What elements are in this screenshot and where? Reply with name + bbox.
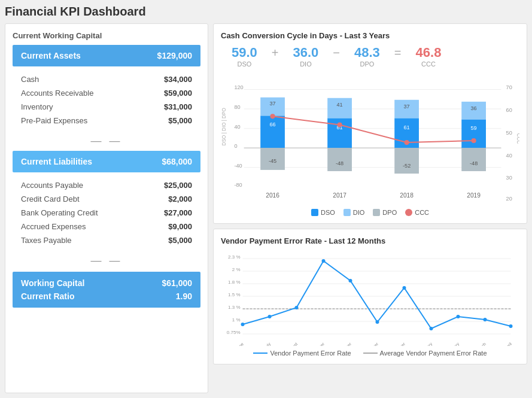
vendor-dot-3	[322, 259, 326, 263]
asset-item-value: $31,000	[164, 102, 192, 111]
liability-item-value: $27,000	[164, 208, 192, 217]
svg-text:120: 120	[234, 84, 243, 90]
asset-item-name: Cash	[21, 75, 39, 84]
dio-legend-label: DIO	[353, 209, 365, 216]
svg-text:66: 66	[269, 121, 275, 127]
dpo-label: DPO	[354, 60, 380, 68]
svg-text:1.8 %: 1.8 %	[228, 279, 240, 285]
svg-text:37: 37	[269, 101, 275, 107]
legend-dpo: DPO	[373, 209, 397, 216]
liability-item-value: $25,000	[164, 181, 192, 190]
liability-item-value: $5,000	[168, 236, 192, 245]
asset-item-value: $59,000	[164, 89, 192, 98]
liability-line-item: Accounts Payable$25,000	[15, 178, 198, 192]
asset-line-item: Cash$34,000	[15, 72, 198, 86]
svg-text:59: 59	[471, 125, 477, 131]
svg-text:2019: 2019	[467, 192, 481, 199]
asset-item-name: Accounts Receivable	[21, 89, 93, 98]
svg-text:70: 70	[506, 84, 512, 90]
current-liabilities-bar: Current Liabilities $68,000	[13, 151, 200, 172]
plus-op: +	[268, 46, 282, 60]
asset-items: Cash$34,000Accounts Receivable$59,000Inv…	[13, 69, 200, 131]
vendor-dot-0	[241, 323, 245, 326]
equals-sign: ― ―	[13, 251, 200, 271]
asset-line-item: Pre-Paid Expenses$5,000	[15, 114, 198, 127]
vendor-title: Vendor Payment Error Rate - Last 12 Mont…	[221, 236, 519, 245]
vendor-rate-label: Vendor Payment Error Rate	[270, 350, 351, 357]
bar-2017-dio	[327, 98, 352, 119]
minus-op: −	[329, 46, 343, 60]
vendor-dot-4	[349, 279, 352, 282]
liability-item-name: Taxes Payable	[21, 236, 72, 245]
vendor-dot-2	[295, 306, 299, 309]
svg-text:20: 20	[506, 196, 512, 202]
svg-text:41: 41	[336, 102, 342, 108]
dio-value: 36.0	[293, 45, 319, 60]
svg-text:2018 December: 2018 December	[382, 341, 406, 346]
vendor-avg-line	[363, 353, 378, 354]
bar-2017-dpo	[327, 148, 352, 171]
dpo-dot	[373, 209, 380, 216]
current-assets-bar: Current Assets $129,000	[13, 45, 200, 66]
bar-2019-dso	[461, 119, 486, 148]
working-capital-label: Working Capital	[21, 278, 84, 288]
ccc-label: CCC	[416, 60, 442, 68]
asset-line-item: Inventory$31,000	[15, 100, 198, 114]
equals-op: =	[391, 46, 405, 60]
vendor-dot-1	[268, 315, 272, 318]
svg-text:DSO | DIO | DPO: DSO | DIO | DPO	[221, 108, 227, 145]
legend-dio: DIO	[343, 209, 365, 216]
svg-text:1.5 %: 1.5 %	[228, 292, 240, 297]
working-capital-panel: Current Working Capital Current Assets $…	[5, 23, 208, 393]
svg-text:CCC: CCC	[516, 133, 519, 144]
asset-item-name: Pre-Paid Expenses	[21, 116, 87, 125]
vendor-chart: 2.3 % 2 % 1.8 % 1.5 % 1.3 % 1 % 0.75%	[221, 250, 519, 346]
ccc-legend: DSO DIO DPO CCC	[221, 209, 519, 216]
svg-text:2018 June: 2018 June	[227, 342, 244, 346]
svg-text:30: 30	[506, 175, 512, 181]
current-liabilities-value: $68,000	[162, 157, 192, 166]
svg-text:-48: -48	[336, 160, 343, 166]
svg-text:61: 61	[404, 124, 410, 130]
bar-2016-dso	[260, 116, 285, 148]
svg-text:60: 60	[506, 107, 512, 113]
current-ratio-value: 1.90	[176, 291, 192, 301]
asset-item-value: $34,000	[164, 75, 192, 84]
bar-2018-dpo	[394, 148, 419, 174]
svg-text:2018: 2018	[400, 192, 414, 199]
liability-line-item: Bank Operating Credit$27,000	[15, 206, 198, 220]
ccc-dot-2019	[472, 138, 476, 143]
dso-label: DSO	[232, 60, 257, 68]
svg-text:-48: -48	[470, 160, 478, 166]
vendor-panel: Vendor Payment Error Rate - Last 12 Mont…	[213, 229, 527, 364]
vendor-avg-label: Average Vendor Payment Error Rate	[380, 350, 487, 357]
svg-text:37: 37	[404, 104, 410, 110]
dso-dot	[311, 209, 318, 216]
svg-text:2019 March: 2019 March	[468, 342, 487, 346]
current-assets-label: Current Assets	[21, 51, 81, 60]
liability-line-item: Accrued Expenses$9,000	[15, 220, 198, 233]
svg-text:0.75%: 0.75%	[227, 330, 241, 335]
svg-text:0: 0	[234, 143, 237, 149]
current-ratio-label: Current Ratio	[21, 291, 74, 301]
dso-value: 59.0	[232, 45, 257, 60]
ccc-svg: 120 80 40 0 -40 -80 70 60 50 40 30 20	[221, 74, 519, 205]
svg-text:1.3 %: 1.3 %	[228, 305, 240, 310]
vendor-legend-rate: Vendor Payment Error Rate	[253, 350, 351, 357]
liability-item-name: Accrued Expenses	[21, 222, 86, 231]
svg-text:40: 40	[234, 124, 240, 130]
vendor-dot-6	[403, 286, 406, 290]
svg-text:2019 February: 2019 February	[437, 342, 460, 346]
svg-text:2018 September: 2018 September	[300, 341, 326, 346]
dpo-value: 48.3	[354, 45, 380, 60]
ccc-dot-2016	[270, 114, 275, 119]
asset-item-value: $5,000	[168, 116, 192, 125]
ccc-panel: Cash Conversion Cycle in Days - Last 3 Y…	[213, 23, 527, 224]
svg-text:2019 April: 2019 April	[496, 342, 513, 346]
ccc-dot	[405, 209, 412, 216]
svg-text:1 %: 1 %	[232, 317, 241, 323]
vendor-dot-9	[484, 318, 487, 321]
svg-text:2018 November: 2018 November	[355, 341, 379, 346]
vendor-dot-7	[430, 327, 433, 330]
svg-text:-45: -45	[269, 158, 276, 164]
